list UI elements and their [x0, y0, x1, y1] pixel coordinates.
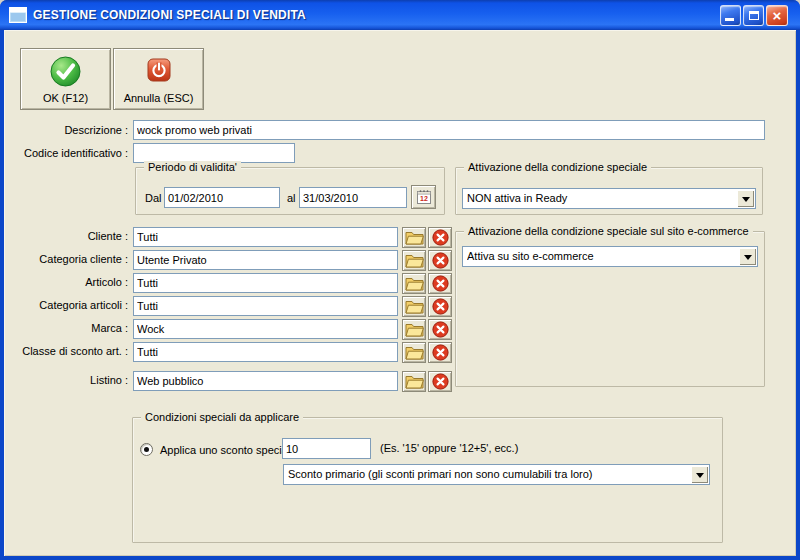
- maximize-icon: [749, 11, 759, 20]
- marca-input[interactable]: [133, 319, 398, 339]
- filter-label: Marca :: [4, 322, 128, 334]
- minimize-icon: [725, 18, 734, 21]
- title-bar: GESTIONE CONDIZIONI SPECIALI DI VENDITA …: [0, 0, 800, 30]
- al-date-input[interactable]: [299, 187, 407, 208]
- articolo-input[interactable]: [133, 273, 398, 293]
- al-label: al: [287, 192, 296, 204]
- chevron-down-icon[interactable]: [691, 466, 708, 483]
- clear-x-icon: [432, 298, 449, 315]
- ok-button[interactable]: OK (F12): [20, 48, 111, 110]
- attivazione-select[interactable]: NON attiva in Ready: [462, 188, 756, 209]
- applica-sconto-radio-label: Applica uno sconto speciale: [160, 444, 296, 456]
- filter-label: Classe di sconto art. :: [4, 345, 128, 357]
- svg-text:12: 12: [420, 195, 428, 202]
- clear-x-icon: [432, 373, 449, 390]
- categoria-articoli-clear-button[interactable]: [428, 296, 452, 317]
- dialog-window: GESTIONE CONDIZIONI SPECIALI DI VENDITA …: [0, 0, 800, 560]
- attivazione-ecommerce-select[interactable]: Attiva su sito e-commerce: [462, 246, 758, 267]
- condizioni-group-title: Condizioni speciali da applicare: [141, 411, 303, 423]
- clear-x-icon: [432, 229, 449, 246]
- dialog-body: OK (F12) Annulla (ESC) Descrizione : Cod…: [4, 30, 796, 556]
- cliente-clear-button[interactable]: [428, 227, 452, 248]
- cancel-button-label: Annulla (ESC): [124, 92, 194, 104]
- clear-x-icon: [432, 344, 449, 361]
- cancel-power-icon: [145, 56, 173, 84]
- categoria-cliente-lookup-button[interactable]: [402, 250, 426, 271]
- folder-icon: [405, 345, 424, 360]
- categoria-cliente-clear-button[interactable]: [428, 250, 452, 271]
- radio-selected-dot: [144, 447, 149, 452]
- classe-sconto-clear-button[interactable]: [428, 342, 452, 363]
- classe-sconto-lookup-button[interactable]: [402, 342, 426, 363]
- folder-icon: [405, 374, 424, 389]
- listino-input[interactable]: [133, 371, 398, 391]
- filter-label: Listino :: [4, 374, 128, 386]
- attivazione-ecommerce-group-title: Attivazione della condizione speciale su…: [464, 225, 753, 237]
- chevron-down-icon[interactable]: [739, 248, 756, 265]
- attivazione-ecommerce-selected-value: Attiva su sito e-commerce: [467, 247, 737, 266]
- folder-icon: [405, 276, 424, 291]
- articolo-lookup-button[interactable]: [402, 273, 426, 294]
- close-icon: ×: [773, 7, 782, 24]
- maximize-button[interactable]: [743, 5, 764, 26]
- close-button[interactable]: ×: [766, 5, 788, 26]
- categoria-articoli-lookup-button[interactable]: [402, 296, 426, 317]
- filter-label: Categoria cliente :: [4, 253, 128, 265]
- calendar-picker-button[interactable]: 12: [411, 185, 436, 209]
- periodo-group-title: Periodo di validita': [144, 161, 241, 173]
- cliente-lookup-button[interactable]: [402, 227, 426, 248]
- marca-clear-button[interactable]: [428, 319, 452, 340]
- filter-label: Articolo :: [4, 276, 128, 288]
- tipo-sconto-selected-value: Sconto primario (gli sconti primari non …: [288, 465, 689, 484]
- descrizione-label: Descrizione :: [4, 124, 128, 136]
- clear-x-icon: [432, 252, 449, 269]
- codice-input[interactable]: [133, 143, 295, 163]
- listino-lookup-button[interactable]: [402, 371, 426, 392]
- sconto-hint-text: (Es. '15' oppure '12+5', ecc.): [380, 442, 518, 454]
- dal-label: Dal: [145, 192, 162, 204]
- ok-check-icon: [50, 56, 81, 87]
- cancel-button[interactable]: Annulla (ESC): [113, 48, 204, 110]
- window-title: GESTIONE CONDIZIONI SPECIALI DI VENDITA: [33, 0, 306, 30]
- filter-label: Categoria articoli :: [4, 299, 128, 311]
- classe-sconto-input[interactable]: [133, 342, 398, 362]
- filter-label: Cliente :: [4, 230, 128, 242]
- applica-sconto-radio[interactable]: [140, 443, 153, 456]
- cliente-input[interactable]: [133, 227, 398, 247]
- folder-icon: [405, 230, 424, 245]
- minimize-button[interactable]: [720, 5, 741, 26]
- tipo-sconto-select[interactable]: Sconto primario (gli sconti primari non …: [283, 464, 710, 485]
- categoria-cliente-input[interactable]: [133, 250, 398, 270]
- marca-lookup-button[interactable]: [402, 319, 426, 340]
- clear-x-icon: [432, 275, 449, 292]
- ok-button-label: OK (F12): [43, 92, 88, 104]
- listino-clear-button[interactable]: [428, 371, 452, 392]
- calendar-icon: 12: [415, 188, 433, 206]
- form-window-icon: [9, 6, 27, 24]
- dal-date-input[interactable]: [164, 187, 280, 208]
- categoria-articoli-input[interactable]: [133, 296, 398, 316]
- folder-icon: [405, 299, 424, 314]
- chevron-down-icon[interactable]: [737, 190, 754, 207]
- folder-icon: [405, 253, 424, 268]
- attivazione-group-title: Attivazione della condizione speciale: [464, 161, 651, 173]
- folder-icon: [405, 322, 424, 337]
- clear-x-icon: [432, 321, 449, 338]
- sconto-input[interactable]: [282, 438, 371, 459]
- attivazione-selected-value: NON attiva in Ready: [467, 189, 735, 208]
- descrizione-input[interactable]: [133, 120, 765, 140]
- codice-label: Codice identificativo :: [4, 147, 128, 159]
- articolo-clear-button[interactable]: [428, 273, 452, 294]
